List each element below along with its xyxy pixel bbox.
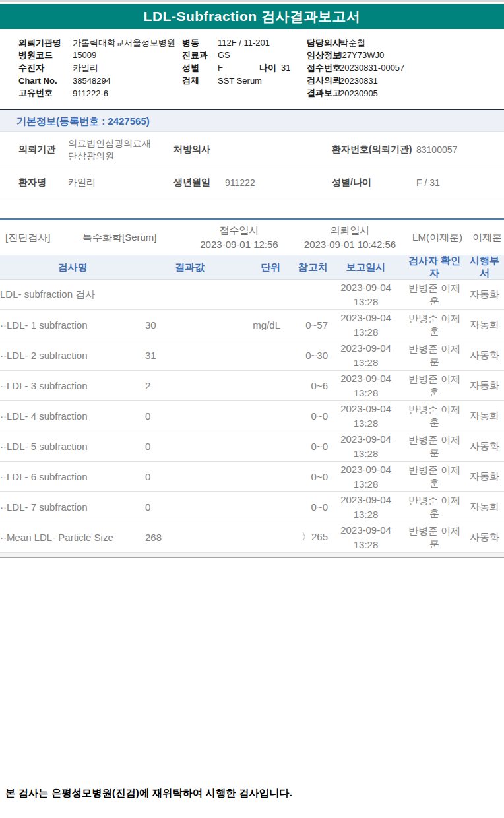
cell-dept: 자동화 <box>465 470 504 483</box>
cell-reported: 2023-09-04 13:28 <box>328 523 404 552</box>
cell-result: 0 <box>145 441 205 452</box>
table-row: ··LDL- 6 subfraction 0 0~0 2023-09-04 13… <box>0 462 504 492</box>
cell-reported: 2023-09-04 13:28 <box>328 341 404 370</box>
cell-reference: 0~0 <box>280 471 328 482</box>
field-attending-doctor: 담당의사박순철 <box>307 36 404 49</box>
field-value: 의료법인삼광의료재단삼광의원 <box>68 137 173 162</box>
field-value: 20230905 <box>340 88 378 98</box>
field-value: F / 31 <box>416 177 504 188</box>
field-value: 15009 <box>73 50 96 60</box>
field-label: 담당의사 <box>307 37 340 49</box>
footer-outsourcing-note: 본 검사는 은평성모병원(진검)에 재위탁하여 시행한 검사입니다. <box>5 787 292 800</box>
col-header-test-name: 검사명 <box>0 261 145 274</box>
cell-result: 0 <box>145 471 205 482</box>
order-category: [진단검사] <box>5 232 78 244</box>
field-value: 가톨릭대학교서울성모병원 <box>73 37 175 49</box>
cell-staff: 반병준 이제훈 <box>404 373 465 398</box>
order-lab: LM(이제훈) <box>404 232 470 244</box>
field-value-age: 31 <box>281 63 290 73</box>
field-value: GS <box>218 50 230 60</box>
field-label: 수진자 <box>18 62 73 74</box>
cell-reported: 2023-09-04 13:28 <box>328 462 404 491</box>
field-label: 의뢰기관 <box>18 144 68 156</box>
report-title-bar: LDL-Subfraction 검사결과보고서 <box>0 4 504 29</box>
receipt-datetime: 2023-09-01 12:56 <box>200 239 278 250</box>
cell-reported: 2023-09-04 13:28 <box>328 280 404 309</box>
cell-reported: 2023-09-04 13:28 <box>328 371 404 400</box>
cell-dept: 자동화 <box>465 288 504 301</box>
cell-dept: 자동화 <box>465 501 504 513</box>
cell-test-name: ··LDL- 6 subfraction <box>0 471 145 482</box>
cell-staff: 반병준 이제훈 <box>404 464 465 489</box>
cell-reported: 2023-09-04 13:28 <box>328 432 404 461</box>
cell-result: 0 <box>145 501 205 513</box>
field-hospital-code: 병원코드15009 <box>18 49 175 61</box>
order-request-block: 의뢰일시 2023-09-01 10:42:56 <box>296 223 404 252</box>
cell-staff: 반병준 이제훈 <box>404 495 465 520</box>
header-info: 의뢰기관명가톨릭대학교서울성모병원 병원코드15009 수진자카일리 Chart… <box>0 36 504 100</box>
table-row: ··LDL- 5 subfraction 0 0~0 2023-09-04 13… <box>0 431 504 462</box>
cell-reference: 0~6 <box>280 380 328 391</box>
field-value: I27Y73WJ0 <box>340 50 384 60</box>
cell-dept: 자동화 <box>465 440 504 453</box>
col-header-reference: 참고치 <box>280 261 328 274</box>
table-row: ··Mean LDL- Particle Size 268 〉265 2023-… <box>0 522 504 553</box>
field-label: 병동 <box>182 37 218 49</box>
cell-reference: 0~57 <box>280 319 328 330</box>
cell-result: 31 <box>145 350 205 361</box>
cell-staff: 반병준 이제훈 <box>404 525 465 550</box>
table-row: ··LDL- 1 subfraction 30 mg/dL 0~57 2023-… <box>0 310 504 340</box>
col-header-dept: 시행부서 <box>465 255 504 280</box>
col-header-result: 결과값 <box>145 261 205 274</box>
table-row: ··LDL- 4 subfraction 0 0~0 2023-09-04 13… <box>0 401 504 431</box>
cell-reported: 2023-09-04 13:28 <box>328 311 404 340</box>
field-result-reported: 결과보고20230905 <box>307 87 404 100</box>
cell-result: 268 <box>145 532 205 543</box>
cell-test-name: ··Mean LDL- Particle Size <box>0 532 145 543</box>
cell-reported: 2023-09-04 13:28 <box>328 402 404 431</box>
field-value: 38548294 <box>73 76 111 86</box>
field-value: 20230831-00057 <box>340 63 404 73</box>
col-header-unit: 단위 <box>205 261 280 274</box>
order-confirmer: 이제훈 <box>470 232 504 244</box>
field-value: 20230831 <box>340 76 378 86</box>
field-ordering-institution: 의뢰기관명가톨릭대학교서울성모병원 <box>18 36 175 49</box>
field-value: 112F / 11-201 <box>218 38 270 47</box>
results-table-header: 검사명 결과값 단위 참고치 보고일시 검사자 확인자 시행부서 <box>0 255 504 280</box>
request-label: 의뢰일시 <box>331 224 370 236</box>
field-value: 911222 <box>225 177 332 188</box>
field-test-requested: 검사의뢰20230831 <box>307 75 404 87</box>
cell-result: 30 <box>145 319 205 330</box>
cell-staff: 반병준 이제훈 <box>404 313 465 338</box>
header-info-right-column: 담당의사박순철 임상정보I27Y73WJ0 접수번호20230831-00057… <box>307 36 404 100</box>
order-status-bar: [진단검사] 특수화학[Serum] 접수일시 2023-09-01 12:56… <box>0 218 504 255</box>
field-label: 접수번호 <box>307 62 340 74</box>
field-clinical-info: 임상정보I27Y73WJ0 <box>307 49 404 61</box>
cell-staff: 반병준 이제훈 <box>404 282 465 307</box>
field-value: SST Serum <box>218 76 262 86</box>
field-value: 박순철 <box>340 37 365 49</box>
table-row: LDL- subfraction 검사 2023-09-04 13:28 반병준… <box>0 280 504 310</box>
field-label: 검사의뢰 <box>307 75 340 86</box>
cell-reference: 〉265 <box>280 531 328 544</box>
col-header-reported: 보고일시 <box>328 260 404 274</box>
field-label: 생년월일 <box>173 177 225 189</box>
field-label: 환자명 <box>18 177 68 189</box>
cell-reference: 0~0 <box>280 410 328 422</box>
table-bottom-line <box>0 557 504 558</box>
patient-row-name: 환자명 카일리 생년월일 911222 성별/나이 F / 31 <box>0 168 504 197</box>
cell-dept: 자동화 <box>465 379 504 392</box>
patient-row-institution: 의뢰기관 의료법인삼광의료재단삼광의원 처방의사 환자번호(의뢰기관) 8310… <box>0 132 504 168</box>
field-label: 결과보고 <box>307 87 340 99</box>
cell-dept: 자동화 <box>465 319 504 331</box>
field-label: 처방의사 <box>173 144 225 156</box>
field-label: 임상정보 <box>307 49 340 61</box>
field-examinee: 수진자카일리 <box>18 61 175 74</box>
header-info-left-column: 의뢰기관명가톨릭대학교서울성모병원 병원코드15009 수진자카일리 Chart… <box>18 36 175 100</box>
cell-dept: 자동화 <box>465 410 504 422</box>
basic-info-title: 기본정보(등록번호 : 2427565) <box>16 115 150 127</box>
cell-test-name: ··LDL- 4 subfraction <box>0 410 145 422</box>
col-header-staff: 검사자 확인자 <box>404 255 465 280</box>
cell-test-name: ··LDL- 3 subfraction <box>0 380 145 391</box>
cell-test-name: ··LDL- 5 subfraction <box>0 441 145 452</box>
